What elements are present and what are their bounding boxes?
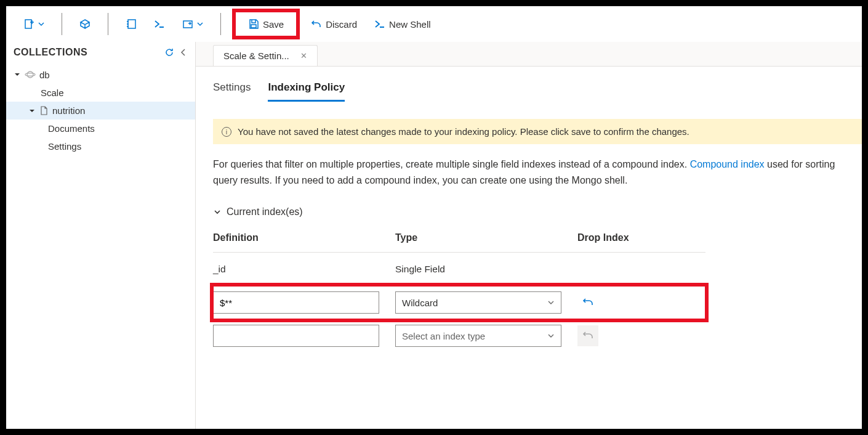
type-select-placeholder: Select an index type [402,331,485,341]
definition-cell: _id [213,264,395,275]
sidebar: COLLECTIONS db [6,42,196,429]
tree-db-node[interactable]: db [6,65,195,84]
toolbar: Save Discard New Shell [6,6,862,42]
tree-documents-node[interactable]: Documents [6,120,195,137]
header-type: Type [395,232,577,243]
svg-rect-1 [128,20,135,28]
separator [108,13,108,35]
database-icon [25,69,36,80]
chevron-down-icon [197,21,203,27]
header-definition: Definition [213,232,395,243]
save-icon [248,18,259,30]
discard-button[interactable]: Discard [305,15,363,33]
info-icon: i [222,127,231,137]
type-select[interactable]: Select an index type [395,325,561,347]
chevron-down-icon [547,299,555,306]
new-database-icon [23,18,34,30]
collections-title: COLLECTIONS [14,47,87,58]
cube-button[interactable] [73,15,97,33]
table-row: Wildcard [213,286,705,319]
collection-name: nutrition [52,105,85,116]
tab-scale-settings[interactable]: Scale & Settin... ✕ [213,45,318,66]
undo-icon [311,18,322,30]
subtab-settings[interactable]: Settings [213,81,251,102]
db-name: db [39,70,50,80]
close-icon[interactable]: ✕ [300,51,307,60]
refresh-icon[interactable] [164,47,174,57]
new-shell-label: New Shell [389,19,431,30]
unsaved-changes-banner: i You have not saved the latest changes … [213,119,862,144]
tree-collection-node[interactable]: nutrition [6,102,195,120]
tree: db Scale nutrition Documents [6,63,195,158]
caret-down-icon [28,107,36,115]
separator [220,13,221,35]
chevron-down-icon [38,21,44,27]
tree-scale-node[interactable]: Scale [6,84,195,102]
banner-text: You have not saved the latest changes ma… [238,126,689,137]
definition-input[interactable] [213,325,379,347]
settings-panel: Settings Indexing Policy i You have not … [196,67,862,429]
compound-index-link[interactable]: Compound index [690,159,765,169]
chevron-down-icon [547,332,555,339]
table-row: _id Single Field [213,253,705,286]
header-drop: Drop Index [577,232,701,243]
type-select[interactable]: Wildcard [395,291,561,314]
new-shell-button[interactable]: New Shell [368,15,437,33]
caret-down-icon [14,71,21,78]
settings-label: Settings [48,141,81,152]
table-row: Select an index type [213,319,705,352]
tabstrip: Scale & Settin... ✕ [196,42,862,67]
document-icon [39,106,49,115]
svg-point-3 [27,71,33,78]
terminal-icon [374,18,385,30]
undo-index-button[interactable] [577,292,598,313]
documents-label: Documents [48,123,95,134]
table-header: Definition Type Drop Index [213,232,705,253]
tab-label: Scale & Settin... [223,51,289,61]
discard-label: Discard [326,19,357,30]
save-label: Save [263,19,284,30]
section-title: Current index(es) [227,206,303,218]
new-dropdown-button[interactable] [17,15,50,33]
folder-open-icon [182,18,193,30]
main-panel: Scale & Settin... ✕ Settings Indexing Po… [196,42,862,429]
undo-index-button-disabled [577,325,598,346]
definition-input[interactable] [213,291,379,314]
open-dropdown-button[interactable] [176,15,209,33]
svg-rect-0 [25,20,31,28]
svg-rect-2 [183,21,192,28]
indexing-description: For queries that filter on multiple prop… [213,157,862,188]
notebook-button[interactable] [119,15,143,33]
type-select-value: Wildcard [402,298,438,308]
terminal-icon [154,18,165,30]
type-cell: Single Field [395,264,577,275]
save-button[interactable]: Save [232,9,300,39]
cube-icon [79,18,90,30]
current-indexes-header[interactable]: Current index(es) [213,206,862,218]
notebook-icon [126,18,137,30]
scale-label: Scale [41,87,64,98]
sub-tabs: Settings Indexing Policy [213,81,862,102]
shell-button[interactable] [148,15,171,33]
subtab-indexing-policy[interactable]: Indexing Policy [268,81,345,102]
collapse-panel-icon[interactable] [179,48,188,57]
sidebar-header: COLLECTIONS [6,42,195,63]
tree-settings-node[interactable]: Settings [6,137,195,155]
chevron-down-icon [213,208,222,216]
index-table: Definition Type Drop Index _id Single Fi… [213,232,705,352]
separator [62,13,62,35]
